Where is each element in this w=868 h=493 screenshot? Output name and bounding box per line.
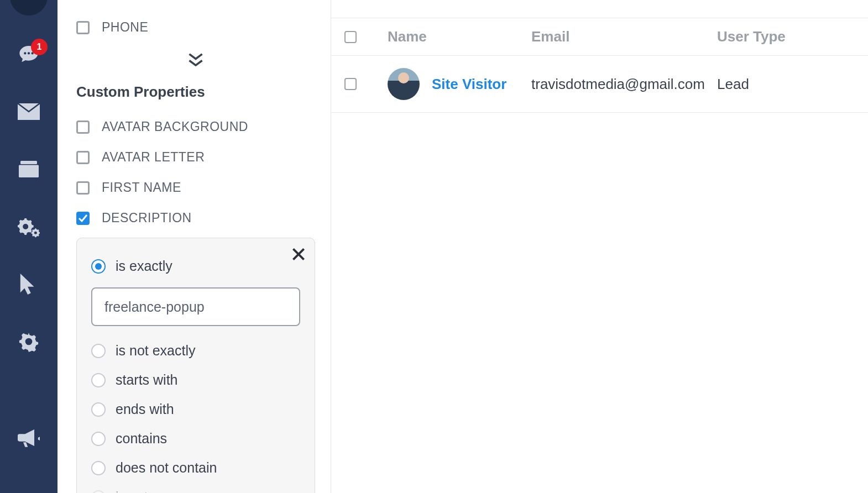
checkbox[interactable]: [76, 151, 90, 164]
user-email: travisdotmedia@gmail.com: [531, 76, 717, 93]
cursor-icon: [20, 274, 38, 295]
user-name-link[interactable]: Site Visitor: [432, 76, 506, 93]
radio-does-not-contain[interactable]: does not contain: [91, 453, 300, 482]
radio-starts-with[interactable]: starts with: [91, 365, 300, 395]
radio-label: is exactly: [116, 258, 172, 274]
nav-item-pointer[interactable]: [0, 255, 57, 313]
filter-condition-panel: is exactly is not exactly starts with en…: [76, 238, 315, 493]
radio[interactable]: [91, 490, 106, 494]
filter-panel: PHONE Custom Properties AVATAR BACKGROUN…: [57, 0, 331, 493]
megaphone-icon: [18, 428, 40, 447]
radio[interactable]: [91, 402, 106, 417]
filter-label: FIRST NAME: [102, 180, 181, 195]
filter-label: AVATAR BACKGROUND: [102, 119, 248, 134]
checkbox-checked[interactable]: [76, 212, 90, 225]
checkbox[interactable]: [76, 181, 90, 195]
filter-label: PHONE: [102, 20, 148, 35]
filter-label: AVATAR LETTER: [102, 150, 205, 165]
select-all-checkbox[interactable]: [344, 31, 357, 43]
gear-icon: [18, 331, 39, 352]
custom-properties-heading: Custom Properties: [76, 83, 315, 101]
nav-item-messages[interactable]: 1: [0, 25, 57, 83]
svg-rect-0: [20, 161, 37, 164]
checkbox[interactable]: [76, 120, 90, 134]
filter-first-name[interactable]: FIRST NAME: [76, 172, 315, 203]
nav-item-automation[interactable]: [0, 198, 57, 255]
radio-is-not-exactly[interactable]: is not exactly: [91, 336, 300, 365]
envelope-icon: [18, 103, 40, 120]
radio[interactable]: [91, 373, 106, 387]
row-checkbox[interactable]: [344, 78, 357, 90]
nav-rail: 1: [0, 0, 57, 493]
radio-label: contains: [116, 431, 167, 447]
filter-avatar-letter[interactable]: AVATAR LETTER: [76, 142, 315, 172]
close-icon: [292, 248, 305, 260]
radio-label: is set: [116, 489, 148, 493]
radio-contains[interactable]: contains: [91, 424, 300, 453]
filter-phone[interactable]: PHONE: [76, 12, 315, 43]
results-table: Name Email User Type Site Visitor travis…: [331, 0, 868, 493]
chevron-double-down-icon: [187, 53, 204, 67]
column-header-email[interactable]: Email: [531, 28, 717, 45]
messages-badge: 1: [31, 39, 48, 55]
filter-description[interactable]: DESCRIPTION: [76, 203, 315, 233]
table-row[interactable]: Site Visitor travisdotmedia@gmail.com Le…: [331, 56, 868, 113]
check-icon: [79, 214, 87, 222]
svg-rect-1: [19, 165, 39, 178]
radio-label: is not exactly: [116, 343, 196, 359]
radio-label: does not contain: [116, 460, 217, 476]
radio-label: ends with: [116, 401, 174, 417]
radio[interactable]: [91, 461, 106, 475]
nav-item-settings[interactable]: [0, 313, 57, 370]
column-header-type[interactable]: User Type: [717, 28, 855, 45]
column-header-name[interactable]: Name: [388, 28, 531, 45]
radio-selected[interactable]: [91, 259, 106, 274]
filter-avatar-background[interactable]: AVATAR BACKGROUND: [76, 112, 315, 142]
filter-value-input[interactable]: [91, 287, 300, 326]
radio[interactable]: [91, 432, 106, 446]
user-type: Lead: [717, 76, 855, 93]
table-header-row: Name Email User Type: [331, 18, 868, 56]
nav-item-announce[interactable]: [0, 409, 57, 466]
filter-label: DESCRIPTION: [102, 211, 192, 225]
nav-item-mail[interactable]: [0, 83, 57, 140]
user-avatar: [388, 68, 420, 100]
radio[interactable]: [91, 344, 106, 358]
radio-ends-with[interactable]: ends with: [91, 395, 300, 424]
stack-icon: [19, 161, 39, 177]
nav-item-files[interactable]: [0, 140, 57, 198]
account-avatar[interactable]: [10, 0, 48, 15]
expand-more-button[interactable]: [76, 43, 315, 83]
checkbox[interactable]: [76, 21, 90, 34]
close-filter-button[interactable]: [292, 248, 305, 263]
radio-is-set[interactable]: is set: [91, 482, 300, 493]
radio-label: starts with: [116, 372, 178, 388]
gears-icon: [18, 216, 40, 238]
radio-is-exactly[interactable]: is exactly: [91, 251, 300, 281]
